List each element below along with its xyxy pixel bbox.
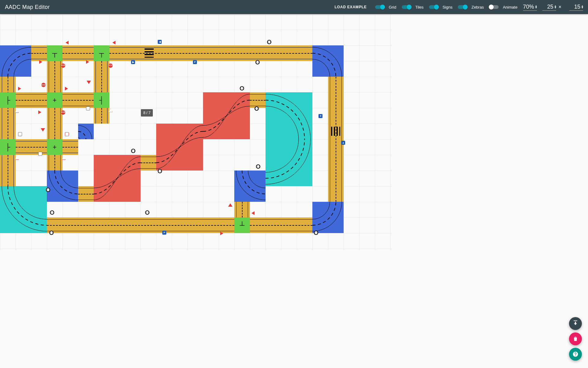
zoom-control[interactable]: 70% ▴▾ — [523, 4, 537, 11]
help-icon — [572, 351, 579, 357]
map-tile[interactable] — [0, 155, 16, 186]
traffic-sign[interactable]: ⋮⋮ — [267, 40, 271, 44]
traffic-sign[interactable] — [251, 211, 254, 215]
zoom-step-down-icon[interactable]: ▾ — [535, 7, 537, 9]
traffic-sign[interactable] — [65, 87, 68, 90]
trash-icon — [572, 336, 579, 342]
map-tile[interactable] — [16, 92, 47, 108]
rows-value: 15 — [569, 4, 580, 10]
traffic-sign[interactable]: ⋮⋮ — [131, 149, 135, 153]
map-tile[interactable] — [312, 45, 344, 77]
traffic-sign[interactable] — [18, 132, 22, 136]
traffic-sign[interactable]: ▼ — [318, 114, 322, 118]
map-tile[interactable] — [94, 61, 109, 92]
map-tile[interactable] — [312, 202, 344, 233]
map-tile[interactable] — [266, 92, 312, 139]
map-tile[interactable] — [78, 124, 94, 139]
dimension-times: × — [559, 4, 561, 10]
toggle-grid-label: Grid — [389, 5, 396, 10]
traffic-sign[interactable]: ⋮⋮ — [240, 86, 244, 90]
traffic-sign[interactable] — [18, 87, 21, 90]
map-tile[interactable] — [47, 217, 234, 233]
topbar: AADC Map Editor LOAD EXAMPLE Grid Tiles … — [0, 0, 588, 14]
traffic-sign[interactable]: ⋮⋮ — [145, 210, 149, 215]
map-tile[interactable] — [250, 217, 312, 233]
zoom-value: 70% — [523, 4, 534, 10]
clear-button[interactable] — [569, 332, 582, 345]
traffic-sign[interactable]: ◀ — [158, 40, 162, 44]
map-workspace[interactable]: ┬┬ ├├+┤+ — [0, 14, 588, 368]
map-tile[interactable] — [47, 61, 62, 92]
traffic-sign[interactable] — [87, 81, 91, 84]
map-tile[interactable] — [0, 45, 31, 77]
traffic-sign[interactable] — [41, 128, 45, 132]
map-tile[interactable] — [266, 139, 312, 186]
toggle-signs[interactable]: Signs — [429, 5, 453, 10]
toggle-tiles-label: Tiles — [415, 5, 424, 10]
download-button[interactable] — [569, 317, 582, 330]
app-title: AADC Map Editor — [5, 4, 50, 10]
cols-value: 25 — [542, 4, 553, 10]
map-tile[interactable] — [0, 186, 47, 233]
traffic-sign[interactable]: ⋮⋮ — [50, 210, 54, 215]
map-grid[interactable]: ┬┬ ├├+┤+ — [0, 14, 392, 250]
map-tile[interactable] — [156, 124, 203, 171]
map-tile[interactable] — [47, 171, 78, 202]
cols-control[interactable]: 25 ▴▾ — [542, 4, 556, 11]
cols-step-down-icon[interactable]: ▾ — [555, 7, 556, 9]
toggle-zebras-label: Zebras — [471, 5, 484, 10]
load-example-button[interactable]: LOAD EXAMPLE — [331, 3, 370, 11]
map-tile[interactable] — [94, 108, 109, 124]
map-tile[interactable] — [328, 77, 344, 202]
cursor-readout: 8 / 7 — [141, 109, 153, 117]
map-tile[interactable] — [203, 92, 250, 139]
rows-step-down-icon[interactable]: ▾ — [582, 7, 583, 9]
download-icon — [572, 320, 579, 327]
map-tile[interactable] — [62, 45, 94, 61]
toggle-tiles[interactable]: Tiles — [402, 5, 424, 10]
map-tile[interactable] — [94, 155, 141, 202]
traffic-sign[interactable] — [112, 41, 115, 44]
map-tile[interactable] — [141, 155, 156, 171]
traffic-sign[interactable]: ⋮⋮ — [256, 164, 260, 169]
traffic-sign[interactable] — [65, 132, 69, 136]
traffic-sign[interactable] — [66, 41, 69, 44]
traffic-sign[interactable]: STOP — [41, 83, 46, 87]
map-tile[interactable] — [250, 92, 266, 108]
map-tile[interactable] — [234, 171, 266, 202]
toggle-animate-label: Animate — [503, 5, 518, 10]
toggle-signs-label: Signs — [443, 5, 453, 10]
map-tile[interactable] — [78, 186, 94, 202]
map-tile[interactable] — [234, 202, 250, 217]
traffic-sign[interactable] — [228, 203, 232, 207]
map-tile[interactable] — [47, 108, 62, 139]
map-tile[interactable] — [31, 45, 47, 61]
rows-control[interactable]: 15 ▴▾ — [569, 4, 583, 11]
map-tile[interactable] — [16, 139, 47, 155]
map-tile[interactable] — [62, 139, 78, 155]
toggle-animate[interactable]: Animate — [489, 5, 518, 10]
traffic-sign[interactable] — [38, 110, 41, 114]
help-button[interactable] — [569, 348, 582, 361]
map-tile[interactable] — [109, 45, 312, 61]
toggle-grid[interactable]: Grid — [375, 5, 396, 10]
map-tile[interactable] — [62, 92, 94, 108]
map-tile[interactable] — [0, 77, 16, 139]
toggle-zebras[interactable]: Zebras — [458, 5, 484, 10]
